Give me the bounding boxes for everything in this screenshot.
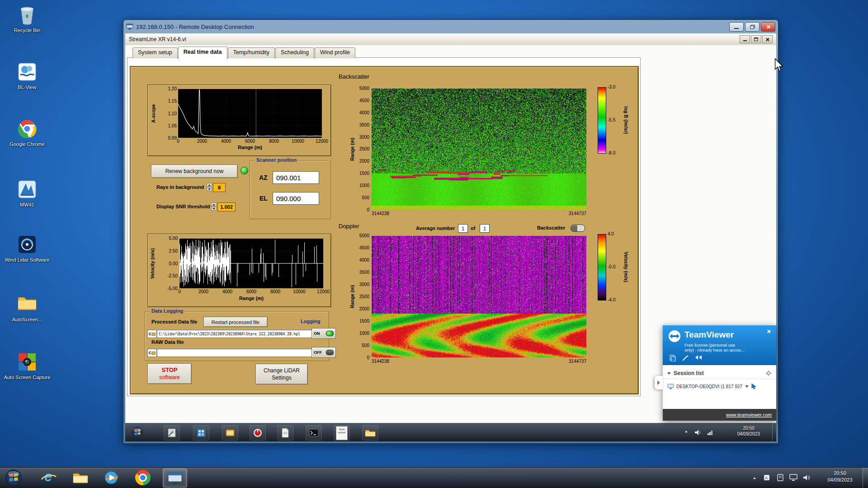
remote-taskbar-icon-grid-app[interactable]	[193, 425, 209, 441]
tray-action-center-icon[interactable]	[777, 474, 784, 481]
stop-software-button[interactable]: STOP software	[147, 363, 192, 384]
raw-path-browse[interactable]: C	[147, 349, 157, 357]
remote-taskbar-icon-scan-scheduler[interactable]: Scan sched	[334, 425, 350, 441]
remote-tray-expand-icon[interactable]	[685, 431, 688, 432]
average-total-field[interactable]: 1	[480, 224, 490, 233]
desktop-icon-bl-view[interactable]: BL-View	[4, 62, 51, 90]
remote-desktop-taskbar-icon[interactable]	[163, 469, 187, 488]
tab-system-setup[interactable]: System setup	[132, 47, 178, 58]
tick-label: 3144737	[569, 359, 586, 364]
session-settings-gear-icon[interactable]	[765, 370, 772, 376]
remote-control-cursor-icon[interactable]	[751, 383, 757, 389]
remote-taskbar-icon-power[interactable]	[250, 425, 266, 441]
ascope-y-ticks: 1.201.151.101.050.99	[160, 86, 177, 141]
ascope-plot-area[interactable]	[178, 89, 322, 138]
el-value-field[interactable]: 090.000	[273, 192, 319, 205]
tray-volume-icon[interactable]	[803, 474, 810, 481]
remote-taskbar-icon-yellow-app[interactable]	[222, 425, 238, 441]
remote-taskbar-icon-folder[interactable]	[362, 425, 378, 441]
processed-logging-toggle[interactable]: ON	[311, 328, 336, 339]
desktop-icon-autoscreen-folder[interactable]: AutoScreen...	[4, 295, 51, 323]
windows-explorer-icon[interactable]	[69, 469, 92, 487]
teamviewer-close-button[interactable]	[765, 328, 773, 335]
renew-background-button[interactable]: Renew background now	[151, 164, 238, 178]
raw-path-field[interactable]	[157, 349, 312, 357]
teamviewer-panel: TeamViewer Free license (personal use on…	[663, 325, 776, 421]
tick-label: 1.05	[168, 123, 177, 128]
rdp-titlebar[interactable]: 192.168.0.150 - Remote Desktop Connectio…	[123, 20, 778, 33]
teamviewer-clipboard-icon[interactable]	[669, 354, 676, 361]
desktop-icon-label: AutoScreen...	[4, 317, 51, 323]
backscatter-toggle[interactable]	[571, 225, 585, 232]
desktop-icon-google-chrome[interactable]: Google Chrome	[4, 119, 51, 147]
remote-volume-icon[interactable]	[694, 429, 701, 436]
velocity-plot-area[interactable]	[179, 239, 323, 288]
change-settings-line1: Change LiDAR	[264, 367, 300, 374]
rdp-minimize-button[interactable]	[729, 22, 744, 32]
tick-label: -2.50	[167, 273, 178, 278]
teamviewer-website-link[interactable]: www.teamviewer.com	[726, 412, 772, 418]
app-titlebar[interactable]: StreamLine XR v14-6.vi	[125, 33, 776, 46]
tab-scheduling[interactable]: Scheduling	[275, 47, 314, 58]
remote-taskbar-icon-document[interactable]	[277, 425, 293, 441]
processed-path-field[interactable]: C:\Lidar\Data\Proc\2023\202309\20230904\…	[157, 330, 312, 338]
tray-expand-icon[interactable]	[753, 468, 756, 488]
velocity-chart: Velocity (m/s) 5.002.500.00-2.50-5.00 02…	[147, 234, 331, 307]
remote-clock[interactable]: 20:50 04/09/2023	[729, 425, 768, 437]
doppler-x-ticks: 3144238 3144737	[372, 359, 586, 364]
scan-sched-icon-label: Scan sched	[336, 426, 348, 440]
device-dropdown-icon[interactable]	[745, 385, 749, 388]
remote-taskbar-icon-terminal[interactable]	[306, 425, 322, 441]
tab-real-time-data[interactable]: Real time data	[178, 47, 227, 59]
average-number-field[interactable]: 1	[458, 224, 468, 233]
desktop-icon-mw41[interactable]: MW41	[4, 180, 51, 208]
velocity-x-axis-label: Range (m)	[179, 296, 323, 301]
show-desktop-button[interactable]	[863, 468, 868, 488]
backscatter-x-ticks: 3144238 3144737	[372, 211, 586, 216]
internet-explorer-icon[interactable]: e	[37, 469, 61, 487]
tray-display-icon[interactable]	[789, 474, 797, 481]
start-button[interactable]	[3, 469, 24, 487]
raw-logging-toggle[interactable]: OFF	[311, 347, 336, 358]
app-restore-button[interactable]	[751, 35, 761, 43]
remote-start-button[interactable]	[130, 425, 145, 440]
az-value-field[interactable]: 090.001	[273, 171, 319, 184]
snr-value-field[interactable]: 1.002	[217, 202, 236, 211]
tick-label: 6000	[246, 289, 256, 294]
backscatter-heatmap[interactable]	[372, 89, 586, 210]
desktop-icon-wind-lidar[interactable]: Wind Lidar Software	[4, 235, 51, 263]
media-player-icon[interactable]	[99, 469, 123, 487]
snr-stepper[interactable]	[211, 202, 217, 211]
desktop-icon-auto-screen-capture[interactable]: Auto Screen Capture	[4, 352, 51, 380]
tick-label: 4.0	[608, 231, 614, 236]
teamviewer-session-list-row[interactable]: Session list	[663, 368, 776, 379]
stop-label-line1: STOP	[161, 366, 177, 374]
rdp-restore-button[interactable]	[745, 22, 760, 32]
rays-value-field[interactable]: 8	[213, 183, 226, 192]
rays-stepper[interactable]	[207, 183, 212, 191]
desktop-icon-recycle-bin[interactable]: Recycle Bin	[4, 5, 51, 33]
teamviewer-device-row[interactable]: DESKTOP-OE0QDVI (1 817 937	[663, 380, 776, 392]
rdp-close-button[interactable]	[761, 22, 775, 32]
remote-network-icon[interactable]	[707, 429, 714, 436]
doppler-heatmap[interactable]	[372, 236, 586, 357]
tick-label: 8000	[270, 289, 280, 294]
remote-show-desktop-button[interactable]	[772, 423, 776, 441]
remote-taskbar-icon-notes[interactable]	[164, 425, 180, 441]
tab-wind-profile[interactable]: Wind profile	[315, 47, 355, 58]
teamviewer-whiteboard-icon[interactable]	[682, 354, 689, 361]
app-close-button[interactable]	[762, 35, 773, 43]
restart-processed-file-button[interactable]: Restart processed file	[203, 317, 268, 327]
el-label: EL	[259, 195, 268, 202]
taskbar-clock[interactable]: 20:50 04/09/2023	[819, 470, 861, 483]
change-settings-line2: Settings	[272, 374, 291, 381]
chrome-icon[interactable]	[131, 469, 155, 487]
tray-language-icon[interactable]: A	[763, 474, 770, 481]
teamviewer-side-tab[interactable]	[655, 376, 663, 389]
change-lidar-settings-button[interactable]: Change LiDAR Settings	[255, 364, 308, 385]
tab-temp-humidity[interactable]: Temp/humidity	[228, 47, 275, 58]
tick-label: 4500	[359, 245, 369, 250]
teamviewer-collapse-icon[interactable]	[695, 355, 702, 360]
app-minimize-button[interactable]	[740, 35, 750, 43]
processed-path-browse[interactable]: C	[147, 330, 157, 338]
